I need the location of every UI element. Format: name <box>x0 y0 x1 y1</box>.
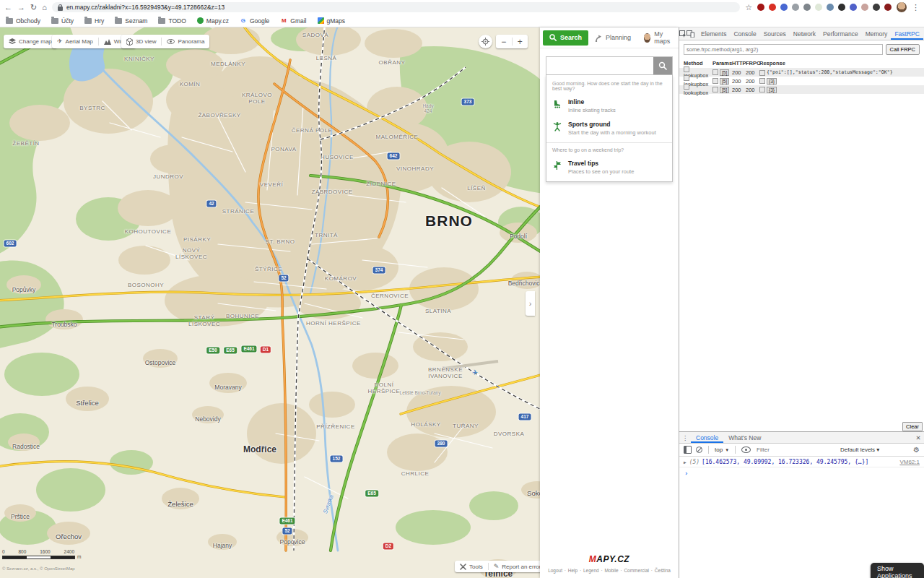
suggestion-sports-ground[interactable]: Sports groundStart the day with a mornin… <box>546 117 672 139</box>
extension-icon[interactable] <box>873 4 880 11</box>
lock-icon <box>58 4 63 11</box>
devtools-tab-sources[interactable]: Sources <box>760 27 790 40</box>
tab-console[interactable]: Console <box>691 432 723 443</box>
devtools-tab-performance[interactable]: Performance <box>819 27 862 40</box>
bookmark-item[interactable]: Seznam <box>115 17 147 25</box>
footer-link[interactable]: Help <box>568 568 578 573</box>
change-map-button[interactable]: Change map <box>4 35 57 48</box>
reload-icon[interactable]: ↻ <box>30 4 37 12</box>
devtools-tab-network[interactable]: Network <box>790 27 819 40</box>
extension-icon[interactable] <box>884 4 892 11</box>
bookmark-item[interactable]: gMaps <box>318 17 346 25</box>
tab-planning[interactable]: Planning <box>588 27 637 48</box>
expander-icon[interactable] <box>684 84 689 90</box>
footer-link[interactable]: Logout <box>548 568 562 573</box>
context-selector[interactable]: top▼ <box>715 447 729 453</box>
road-badge: 52 <box>279 275 288 281</box>
expander-icon[interactable] <box>712 78 718 84</box>
map-viewport[interactable]: SADOVÁKNÍNIČKYMEDLÁNKYLESNÁOBŘANYKOMÍNKR… <box>0 27 540 578</box>
expander-icon[interactable] <box>712 69 718 75</box>
suggestion-inline[interactable]: InlineInline skating tracks <box>546 95 672 117</box>
expander-icon[interactable] <box>759 78 765 84</box>
fastrpc-method-input[interactable] <box>684 44 883 55</box>
question2-text: Where to go on a weekend trip? <box>546 146 672 156</box>
search-submit-button[interactable] <box>653 57 672 74</box>
expand-triangle-icon[interactable]: ▶ <box>684 460 687 465</box>
extension-icon[interactable] <box>792 4 799 11</box>
gear-icon[interactable]: ⚙ <box>913 446 920 454</box>
extension-icon[interactable] <box>827 4 834 11</box>
star-icon[interactable]: ☆ <box>745 3 752 12</box>
zoom-in-button[interactable]: + <box>513 35 528 48</box>
bookmark-item[interactable]: MGmail <box>280 17 306 25</box>
devtools-tab-memory[interactable]: Memory <box>862 27 892 40</box>
search-input[interactable] <box>546 57 653 74</box>
bookmark-item[interactable]: TODO <box>158 17 186 25</box>
extension-icon[interactable] <box>861 4 868 11</box>
bookmark-item[interactable]: Hry <box>84 17 104 25</box>
url-bar[interactable]: en.mapy.cz/zakladni?x=16.5929493&y=49.17… <box>52 2 740 12</box>
mapy-logo[interactable]: MAPY.CZ <box>540 554 679 564</box>
fastrpc-row[interactable]: lookupbox[5]200200{3} <box>679 77 924 85</box>
zoom-out-button[interactable]: − <box>496 35 512 48</box>
home-icon[interactable]: ⌂ <box>42 4 47 12</box>
expander-icon[interactable] <box>712 87 718 92</box>
tab-my-maps[interactable]: My maps <box>637 27 679 48</box>
tab-whats-new[interactable]: What's New <box>723 432 766 443</box>
back-icon[interactable]: ← <box>4 4 12 12</box>
console-filter-input[interactable] <box>755 445 836 454</box>
target-icon <box>481 38 489 46</box>
extension-icon[interactable] <box>757 4 764 11</box>
extension-icon[interactable] <box>803 4 811 11</box>
expander-icon[interactable] <box>684 75 689 81</box>
fastrpc-row[interactable]: lookupbox[5]200200{"poi":[],"status":200… <box>679 68 924 77</box>
panorama-button[interactable]: Panorama <box>162 35 209 48</box>
footer-link[interactable]: Mobile <box>604 568 618 573</box>
footer-link[interactable]: Commercial <box>624 568 649 573</box>
bookmark-item[interactable]: GGoogle <box>240 17 269 25</box>
inspect-icon[interactable] <box>679 27 687 40</box>
expander-icon[interactable] <box>759 70 765 76</box>
tools-button[interactable]: Tools <box>455 561 488 572</box>
3d-view-button[interactable]: 3D view <box>121 35 161 48</box>
console-log-entry[interactable]: ▶ (5) [16.462573, 49.09992, 16.723326, 4… <box>679 457 924 467</box>
report-error-button[interactable]: ✎Report an error <box>489 561 540 572</box>
panel-collapse-handle[interactable]: › <box>526 291 535 316</box>
drawer-close-icon[interactable]: ✕ <box>912 432 924 443</box>
levels-selector[interactable]: Default levels ▾ <box>840 447 879 453</box>
aerial-map-button[interactable]: ✈Aerial Map <box>52 35 98 48</box>
expander-icon[interactable] <box>759 87 765 92</box>
footer-link[interactable]: Čeština <box>655 568 671 573</box>
devtools-tab-fastrpc[interactable]: FastRPC <box>891 27 923 40</box>
clear-console-icon[interactable] <box>696 447 702 453</box>
devtools-tab-elements[interactable]: Elements <box>697 27 730 40</box>
search-panel: Search Planning My maps Good morning. Ho… <box>540 27 679 578</box>
fastrpc-clear-button[interactable]: Clear <box>902 422 923 431</box>
extension-icon[interactable] <box>815 4 822 11</box>
bookmark-item[interactable]: Účty <box>51 17 74 25</box>
log-source-link[interactable]: VM62:1 <box>899 459 920 465</box>
extension-icon[interactable] <box>850 4 857 11</box>
fastrpc-row[interactable]: lookupbox[5]200200{3} <box>679 85 924 94</box>
extension-icon[interactable] <box>769 4 776 11</box>
expander-icon[interactable] <box>684 66 689 72</box>
drawer-menu-dots-icon[interactable]: ⋮ <box>679 432 691 443</box>
footer-link[interactable]: Legend <box>583 568 599 573</box>
locate-button[interactable] <box>479 35 492 48</box>
suggestion-travel-tips[interactable]: Travel tipsPlaces to see on your route <box>546 156 672 178</box>
console-prompt[interactable]: › <box>679 467 924 477</box>
menu-icon[interactable]: ⋮ <box>912 3 920 12</box>
console-sidebar-icon[interactable] <box>684 446 692 454</box>
extension-icon[interactable] <box>780 4 788 11</box>
bookmark-item[interactable]: Mapy.cz <box>197 17 229 25</box>
device-toolbar-icon[interactable] <box>687 27 694 40</box>
mountains-icon <box>104 39 111 45</box>
eye-icon[interactable] <box>741 447 751 453</box>
tab-search[interactable]: Search <box>543 30 588 46</box>
bookmark-item[interactable]: Obchody <box>6 17 40 25</box>
avatar[interactable] <box>897 2 907 12</box>
extension-icon[interactable] <box>838 4 845 11</box>
devtools-tab-console[interactable]: Console <box>730 27 759 40</box>
call-frpc-button[interactable]: Call FRPC <box>886 44 920 55</box>
forward-icon[interactable]: → <box>17 4 25 12</box>
